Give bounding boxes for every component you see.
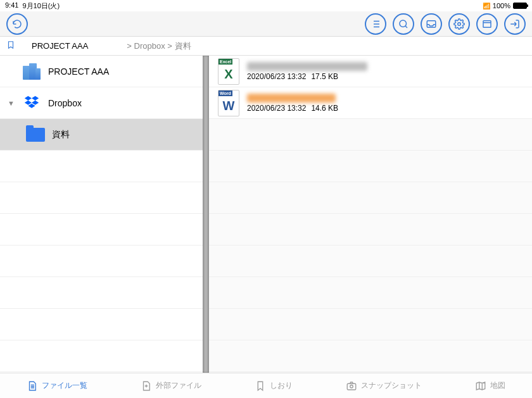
tabbar: ファイル一覧 外部ファイル しおり スナップショット 地図 — [0, 373, 532, 398]
refresh-button[interactable] — [6, 13, 28, 35]
tab-map[interactable]: 地図 — [475, 380, 505, 392]
external-file-icon — [141, 380, 152, 392]
file-badge: Word — [218, 90, 232, 96]
sidebar-item-dropbox[interactable]: ▼ Dropbox — [0, 87, 203, 119]
svg-point-0 — [400, 20, 407, 27]
folder-icon — [25, 125, 46, 145]
wifi-icon — [483, 2, 490, 9]
sidebar: PROJECT AAA ▼ Dropbox 資料 — [0, 56, 203, 373]
window-button[interactable] — [476, 13, 498, 35]
building-icon — [22, 61, 42, 82]
bookmark-icon — [255, 380, 266, 392]
file-letter: W — [218, 96, 239, 116]
file-letter: X — [218, 65, 239, 84]
tab-label: しおり — [270, 380, 293, 391]
svg-rect-3 — [347, 383, 356, 390]
breadcrumb-root[interactable]: PROJECT AAA — [32, 41, 88, 51]
map-icon — [475, 380, 486, 392]
file-date: 2020/06/23 13:32 — [247, 72, 306, 81]
sidebar-item-label: Dropbox — [48, 98, 82, 108]
inbox-button[interactable] — [421, 13, 442, 35]
camera-icon — [346, 380, 357, 392]
tab-label: スナップショット — [361, 380, 422, 391]
tab-snapshot[interactable]: スナップショット — [346, 380, 422, 392]
word-file-icon: Word W — [218, 90, 239, 116]
tab-label: 地図 — [490, 380, 505, 391]
filearea-empty — [209, 119, 532, 373]
logout-button[interactable] — [504, 13, 526, 35]
breadcrumb-path[interactable]: > Dropbox > 資料 — [127, 40, 191, 52]
svg-rect-2 — [483, 20, 491, 27]
status-date: 9月10日(火) — [22, 1, 60, 11]
tab-files[interactable]: ファイル一覧 — [27, 380, 87, 392]
file-date: 2020/06/23 13:32 — [247, 104, 306, 113]
status-battery-text: 100% — [493, 2, 510, 9]
tab-label: 外部ファイル — [156, 380, 201, 391]
settings-button[interactable] — [448, 13, 470, 35]
file-list-icon — [27, 380, 38, 392]
file-badge: Excel — [218, 59, 232, 65]
sidebar-item-folder[interactable]: 資料 — [0, 119, 203, 151]
file-size: 14.6 KB — [311, 104, 338, 113]
dropbox-icon — [22, 93, 42, 113]
battery-icon — [513, 3, 527, 9]
svg-point-1 — [458, 22, 461, 25]
file-name-redacted — [247, 62, 367, 71]
sidebar-empty — [0, 151, 203, 373]
sidebar-item-label: PROJECT AAA — [48, 66, 109, 77]
list-button[interactable] — [365, 13, 386, 35]
svg-point-4 — [350, 385, 353, 388]
split-divider[interactable] — [203, 56, 209, 373]
sidebar-item-project[interactable]: PROJECT AAA — [0, 56, 203, 87]
tab-label: ファイル一覧 — [42, 380, 87, 391]
excel-file-icon: Excel X — [218, 58, 239, 85]
file-list: Excel X 2020/06/23 13:32 17.5 KB Word W … — [209, 56, 532, 373]
tab-external[interactable]: 外部ファイル — [141, 380, 201, 392]
toolbar — [0, 11, 532, 37]
bookmark-icon — [6, 39, 15, 53]
breadcrumb: PROJECT AAA > Dropbox > 資料 — [0, 37, 532, 56]
file-row[interactable]: Word W 2020/06/23 13:32 14.6 KB — [209, 87, 532, 119]
file-row[interactable]: Excel X 2020/06/23 13:32 17.5 KB — [209, 56, 532, 87]
sidebar-item-label: 資料 — [52, 129, 70, 140]
search-button[interactable] — [393, 13, 414, 35]
file-name-redacted — [247, 94, 336, 103]
status-bar: 9:41 9月10日(火) 100% — [0, 0, 532, 11]
status-time: 9:41 — [5, 1, 18, 11]
file-size: 17.5 KB — [311, 72, 338, 81]
tab-bookmark[interactable]: しおり — [255, 380, 293, 392]
chevron-down-icon[interactable]: ▼ — [8, 99, 15, 107]
